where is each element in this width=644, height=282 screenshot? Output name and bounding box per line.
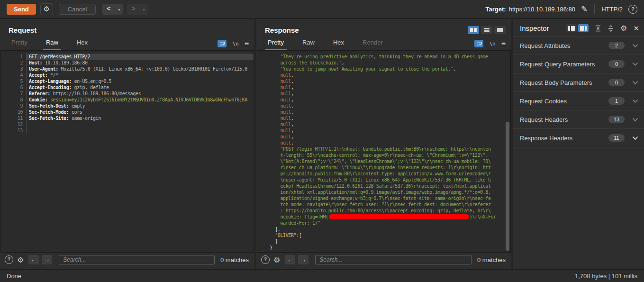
inspector-section-request-headers[interactable]: Request Headers13 (513, 110, 644, 129)
code-line[interactable]: } (257, 245, 510, 251)
code-line[interactable]: warded-For: 17" (257, 220, 510, 226)
inspector-section-request-query-parameters[interactable]: Request Query Parameters0 (513, 55, 644, 73)
code-line[interactable]: null, (257, 91, 510, 97)
response-editor[interactable]: "They're using predictive analytics, thi… (257, 50, 511, 253)
code-line[interactable]: 10Sec-Fetch-Mode: cors (1, 109, 254, 115)
send-settings-button[interactable]: ⚙ (40, 3, 53, 15)
code-line[interactable]: null, (257, 84, 510, 91)
tab-render[interactable]: Render (360, 39, 386, 50)
code-line[interactable]: 1GET /getMessages HTTP/2 (1, 54, 254, 60)
code-line[interactable]: application/signed-exchange;v=b3;q=0.7\r… (257, 195, 510, 201)
help-button[interactable]: ? (628, 5, 637, 14)
code-line[interactable]: "You need to jump now! Awaiting your sig… (257, 66, 510, 72)
code-line[interactable]: null, (257, 121, 510, 127)
code-line[interactable]: t-length: 55\r\ncache-control: max-age=0… (257, 152, 510, 158)
code-line[interactable]: r\nsec-ch-ua-platform: \"Linux\"\r\nupgr… (257, 164, 510, 171)
search-prev-button[interactable]: ← (285, 255, 295, 264)
scrollbar-thumb[interactable] (506, 122, 509, 251)
search-next-button[interactable]: → (42, 255, 52, 264)
inspector-section-response-headers[interactable]: Response Headers11 (513, 129, 644, 147)
tab-pretty[interactable]: Pretty (265, 39, 287, 50)
search-help-button[interactable]: ? (5, 255, 13, 264)
code-line[interactable]: \"Not(A:Brand\";v=\"24\", \"HeadlessChro… (257, 158, 510, 164)
code-line[interactable]: 12 (1, 121, 254, 127)
inspector-settings-button[interactable]: ⚙ (620, 24, 627, 33)
code-line[interactable]: 4Accept: */* (1, 72, 254, 78)
inspector-section-request-cookies[interactable]: Request Cookies1 (513, 92, 644, 110)
tab-pretty[interactable]: Pretty (9, 39, 30, 50)
code-line[interactable]: ps://bandito.public.thm:80\r\ncontent-ty… (257, 171, 510, 177)
single-layout-button[interactable] (494, 26, 506, 34)
request-editor[interactable]: 1GET /getMessages HTTP/22Host: 10.10.189… (0, 50, 254, 253)
code-line[interactable]: ion/xhtml xml,application/xml;q=0.9,imag… (257, 189, 510, 195)
code-line[interactable]: null, (257, 134, 510, 140)
code-line[interactable]: null, (257, 103, 510, 109)
editor-menu-icon[interactable]: ≡ (245, 39, 249, 48)
code-line[interactable]: ] (257, 238, 510, 245)
code-line[interactable]: 3User-Agent: Mozilla/5.0 (X11; Linux x86… (1, 66, 254, 72)
word-wrap-icon[interactable] (218, 40, 227, 47)
code-line[interactable]: 6Accept-Encoding: gzip, deflate (1, 84, 254, 91)
request-panel: Request PrettyRawHex \n ≡ 1GET /getMessa… (0, 19, 254, 269)
word-wrap-icon[interactable] (474, 40, 483, 47)
code-line[interactable]: 13 (1, 127, 254, 134)
newline-toggle-icon[interactable]: \n (489, 41, 495, 47)
request-search-input[interactable] (59, 255, 215, 264)
code-line[interactable]: ], (257, 226, 510, 232)
inspector-dock-left-button[interactable] (566, 24, 577, 32)
cancel-button[interactable]: Cancel (59, 4, 96, 15)
code-line[interactable]: across the blockchain.", (257, 60, 510, 66)
response-search-bar: ? ⚙ ← → 0 matches (256, 253, 511, 269)
inspector-dock-right-button[interactable] (578, 24, 589, 32)
code-line[interactable]: tch-mode: navigate\r\nsec-fetch-user: ?1… (257, 201, 510, 208)
expand-all-button[interactable] (608, 25, 614, 32)
code-line[interactable]: null, (257, 72, 510, 78)
editor-menu-icon[interactable]: ≡ (501, 39, 506, 48)
code-line[interactable]: ecko) HeadlessChrome/122.0.6261.128 Safa… (257, 183, 510, 189)
search-settings-button[interactable]: ⚙ (273, 255, 280, 264)
search-prev-button[interactable]: ← (28, 255, 39, 264)
code-line[interactable]: null, (257, 78, 510, 84)
code-line[interactable]: 2Host: 10.10.189.186:80 (1, 60, 254, 66)
code-line[interactable]: "POST /login HTTP/1.1\r\nhost: bandito.p… (257, 146, 510, 152)
code-line[interactable]: 7Referer: https://10.10.189.186:80/messa… (1, 91, 254, 97)
code-line[interactable]: null, (257, 140, 510, 146)
code-line[interactable]: 11Sec-Fetch-Site: same-origin (1, 115, 254, 121)
edit-target-button[interactable]: ✎ (581, 4, 588, 14)
code-line[interactable]: 8Cookie: session=eyJ1c2VybmFtZSI6ImhBY2t… (1, 97, 254, 103)
search-next-button[interactable]: → (298, 255, 308, 264)
tab-raw[interactable]: Raw (299, 39, 317, 50)
code-line[interactable]: \nuser-agent: Mozilla/5.0 (X11; Linux x8… (257, 177, 510, 183)
line-number (257, 97, 267, 103)
search-help-button[interactable]: ? (261, 255, 270, 264)
history-back-button[interactable]: < (102, 4, 115, 15)
code-line[interactable]: null, (257, 115, 510, 121)
code-line[interactable]: "OLIVER":[ (257, 232, 510, 238)
history-back-dropdown[interactable]: ▾ (115, 4, 123, 15)
code-line[interactable]: 15 (257, 251, 510, 253)
code-line[interactable]: ncookie: flag=THM{}\r\nX-For (257, 214, 510, 220)
code-line[interactable]: 9Sec-Fetch-Dest: empty (1, 103, 254, 109)
tab-hex[interactable]: Hex (330, 39, 347, 50)
search-settings-button[interactable]: ⚙ (17, 255, 24, 264)
response-search-input[interactable] (315, 255, 472, 264)
collapse-all-button[interactable] (595, 25, 601, 32)
code-line[interactable]: null, (257, 109, 510, 115)
code-line[interactable]: "They're using predictive analytics, thi… (257, 54, 510, 60)
rows-layout-button[interactable] (481, 26, 492, 34)
code-line[interactable]: : https://bandito.public.thm:80/access\r… (257, 208, 510, 214)
columns-layout-button[interactable] (468, 26, 479, 34)
line-number (257, 146, 267, 152)
code-line[interactable]: null, (257, 127, 510, 134)
inspector-section-request-body-parameters[interactable]: Request Body Parameters0 (513, 73, 644, 92)
tab-hex[interactable]: Hex (74, 39, 91, 50)
tab-raw[interactable]: Raw (43, 39, 61, 50)
code-line[interactable]: 5Accept-Language: en-US,en;q=0.5 (1, 78, 254, 84)
newline-toggle-icon[interactable]: \n (232, 41, 238, 47)
inspector-section-request-attributes[interactable]: Request Attributes2 (513, 36, 644, 55)
history-forward-dropdown[interactable]: ▾ (140, 4, 148, 15)
send-button[interactable]: Send (7, 4, 36, 15)
code-line[interactable]: null, (257, 97, 510, 103)
inspector-close-button[interactable]: ✕ (633, 24, 639, 33)
history-forward-button[interactable]: > (127, 4, 139, 15)
